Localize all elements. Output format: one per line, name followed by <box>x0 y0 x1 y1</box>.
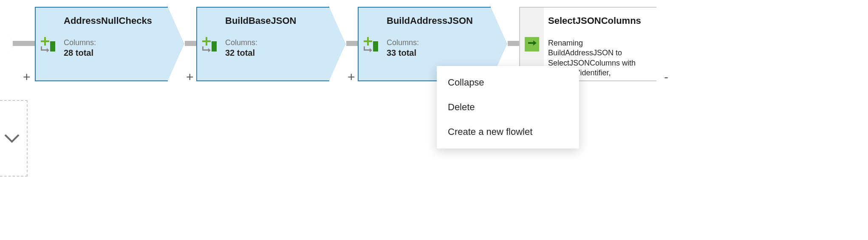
add-step-button[interactable]: + <box>184 68 196 86</box>
derived-column-icon <box>363 37 378 51</box>
collapsed-branch-placeholder[interactable] <box>0 100 28 177</box>
columns-label: Columns: <box>64 38 159 47</box>
add-step-button[interactable]: + <box>345 68 358 86</box>
columns-value: 28 total <box>64 48 159 58</box>
flow-node-addressnullchecks[interactable]: AddressNullChecks Columns: 28 total <box>35 7 184 81</box>
add-step-button[interactable]: + <box>20 68 33 86</box>
select-icon <box>525 37 539 51</box>
node-title: SelectJSONColumns <box>548 15 648 26</box>
columns-value: 33 total <box>387 48 482 58</box>
node-title: BuildBaseJSON <box>225 15 321 26</box>
node-title: AddressNullChecks <box>64 15 159 26</box>
menu-item-collapse[interactable]: Collapse <box>437 70 579 95</box>
derived-column-icon <box>201 37 217 51</box>
flow-node-buildbasejson[interactable]: BuildBaseJSON Columns: 32 total <box>196 7 345 81</box>
menu-item-create-flowlet[interactable]: Create a new flowlet <box>437 120 579 144</box>
columns-label: Columns: <box>225 38 321 47</box>
columns-label: Columns: <box>387 38 482 47</box>
derived-column-icon <box>40 37 55 51</box>
dataflow-canvas[interactable]: + AddressNullChecks Columns: 28 total + <box>0 0 868 240</box>
flow-node-partial[interactable] <box>0 7 13 81</box>
columns-value: 32 total <box>225 48 321 58</box>
context-menu: Collapse Delete Create a new flowlet <box>437 66 579 149</box>
node-title: BuildAddressJSON <box>387 15 482 26</box>
add-step-button[interactable]: - <box>662 68 671 86</box>
chevron-down-icon <box>3 133 20 143</box>
menu-item-delete[interactable]: Delete <box>437 95 579 120</box>
